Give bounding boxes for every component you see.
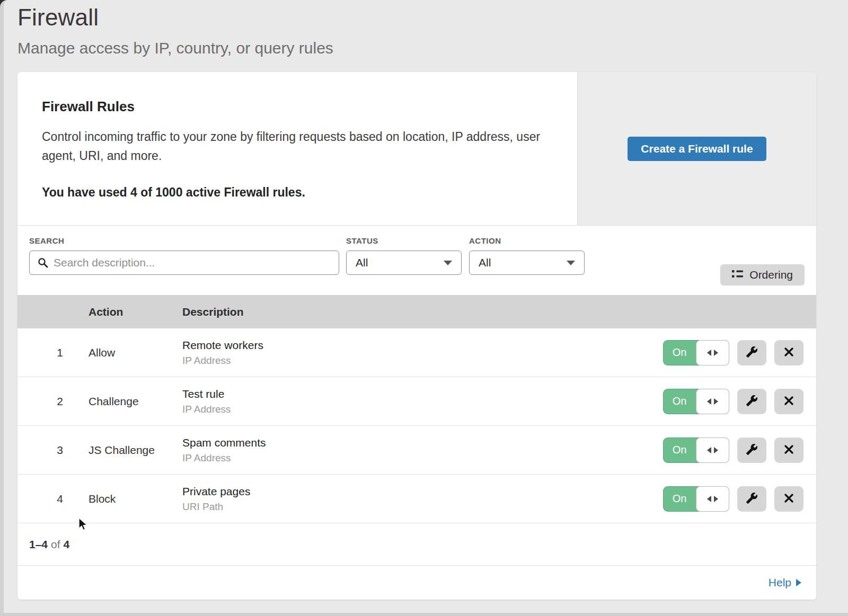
delete-rule-button[interactable] [774, 438, 803, 463]
table-row: 1 Allow Remote workers IP Address On [17, 328, 816, 377]
left-right-arrows-icon [696, 486, 729, 512]
rule-description-cell: Private pages URI Path [182, 485, 663, 513]
table-row: 2 Challenge Test rule IP Address On [17, 377, 816, 426]
search-label: SEARCH [29, 236, 339, 245]
left-right-arrows-icon [696, 438, 729, 463]
rule-match-type: IP Address [182, 355, 663, 367]
action-select-value: All [479, 256, 491, 269]
rule-description: Remote workers [182, 339, 663, 352]
rule-action: Allow [89, 346, 182, 359]
status-select-value: All [356, 256, 368, 269]
status-select[interactable]: All [346, 251, 462, 275]
list-ordering-icon [732, 269, 743, 282]
status-label: STATUS [346, 236, 462, 245]
rule-priority: 3 [17, 444, 89, 457]
action-label: ACTION [469, 236, 585, 245]
close-x-icon [784, 493, 794, 505]
toggle-on-label: On [663, 389, 696, 414]
page-title: Firewall [17, 4, 848, 31]
action-select[interactable]: All [469, 251, 585, 275]
wrench-icon [746, 443, 758, 457]
rule-action: JS Challenge [89, 444, 182, 457]
page-header: Firewall Manage access by IP, country, o… [4, 0, 848, 72]
firewall-rules-card: Firewall Rules Control incoming traffic … [17, 72, 816, 600]
chevron-down-icon [567, 261, 575, 265]
rule-match-type: IP Address [182, 404, 663, 415]
delete-rule-button[interactable] [774, 340, 803, 365]
help-link-label: Help [768, 576, 791, 589]
action-filter: ACTION All [469, 236, 585, 275]
edit-rule-button[interactable] [737, 389, 766, 414]
rule-description: Private pages [182, 485, 663, 498]
create-firewall-rule-button[interactable]: Create a Firewall rule [628, 137, 766, 161]
rule-description-cell: Test rule IP Address [182, 388, 663, 415]
status-filter: STATUS All [346, 236, 462, 275]
rule-priority: 1 [17, 346, 89, 359]
rule-description: Test rule [182, 388, 663, 400]
left-right-arrows-icon [696, 389, 729, 414]
page-subtitle: Manage access by IP, country, or query r… [17, 39, 848, 57]
close-x-icon [784, 347, 794, 359]
wrench-icon [746, 346, 758, 360]
rules-usage-text: You have used 4 of 1000 active Firewall … [42, 185, 556, 200]
rule-enabled-toggle[interactable]: On [663, 438, 729, 463]
rule-match-type: URI Path [182, 501, 663, 513]
toggle-on-label: On [663, 340, 696, 365]
rule-controls: On [663, 389, 816, 414]
pagination-total: 4 [64, 538, 70, 551]
search-box [29, 251, 339, 275]
table-row: 3 JS Challenge Spam comments IP Address … [17, 426, 816, 475]
filter-bar: SEARCH STATUS All [17, 226, 816, 295]
toggle-on-label: On [663, 486, 696, 512]
ordering-button-label: Ordering [749, 269, 793, 281]
rule-controls: On [663, 438, 816, 463]
arrow-right-icon [796, 579, 801, 586]
card-intro-section: Firewall Rules Control incoming traffic … [17, 72, 816, 226]
chevron-down-icon [444, 261, 452, 265]
rule-action: Challenge [89, 395, 182, 408]
rule-match-type: IP Address [182, 452, 663, 464]
table-header: Action Description [17, 295, 816, 328]
left-right-arrows-icon [696, 340, 729, 365]
toggle-on-label: On [663, 438, 696, 463]
search-input[interactable] [29, 251, 339, 275]
firewall-page: Firewall Manage access by IP, country, o… [0, 0, 848, 616]
rule-enabled-toggle[interactable]: On [663, 486, 729, 512]
delete-rule-button[interactable] [774, 486, 803, 512]
rule-priority: 2 [17, 395, 89, 408]
wrench-icon [746, 492, 758, 506]
rule-priority: 4 [17, 493, 89, 505]
rule-enabled-toggle[interactable]: On [663, 340, 729, 365]
edit-rule-button[interactable] [737, 438, 766, 463]
rule-description: Spam comments [182, 436, 663, 449]
ordering-button[interactable]: Ordering [720, 264, 805, 285]
pagination: 1–4 of 4 [17, 523, 816, 566]
delete-rule-button[interactable] [774, 389, 803, 414]
create-rule-panel: Create a Firewall rule [577, 72, 816, 225]
help-link[interactable]: Help [768, 576, 801, 589]
pagination-of-label: of [51, 538, 60, 551]
table-row: 4 Block Private pages URI Path On [17, 475, 816, 523]
close-x-icon [784, 444, 794, 456]
wrench-icon [746, 395, 758, 408]
intro-description: Control incoming traffic to your zone by… [42, 128, 556, 165]
edit-rule-button[interactable] [737, 340, 766, 365]
intro-text-block: Firewall Rules Control incoming traffic … [17, 72, 577, 225]
close-x-icon [784, 396, 794, 407]
rule-enabled-toggle[interactable]: On [663, 389, 729, 414]
pagination-range: 1–4 [29, 538, 48, 551]
search-icon [37, 257, 49, 271]
intro-heading: Firewall Rules [42, 99, 556, 115]
card-footer: Help [17, 566, 816, 600]
rule-description-cell: Spam comments IP Address [182, 436, 663, 464]
description-column-header: Description [182, 306, 816, 318]
action-column-header: Action [89, 306, 182, 318]
search-filter: SEARCH [29, 236, 339, 275]
rule-controls: On [663, 486, 816, 512]
edit-rule-button[interactable] [737, 486, 766, 512]
rule-controls: On [663, 340, 816, 365]
rule-description-cell: Remote workers IP Address [182, 339, 663, 367]
rule-action: Block [89, 493, 182, 505]
